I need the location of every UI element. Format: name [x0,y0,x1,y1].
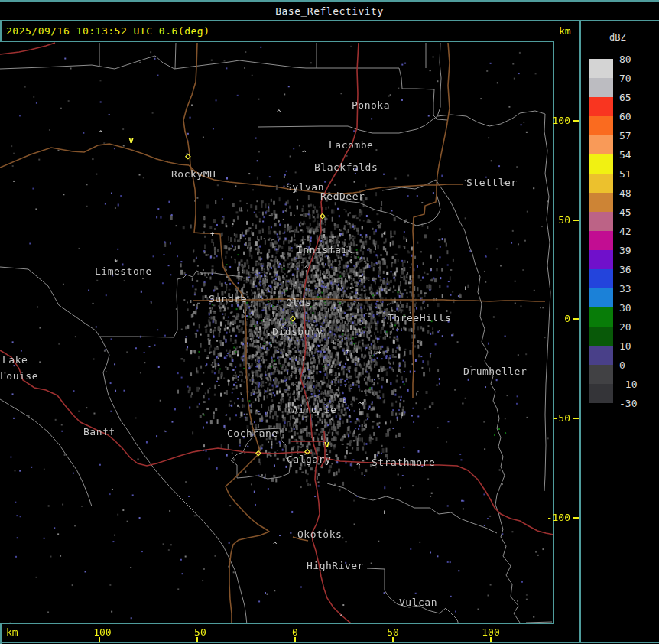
reflectivity-legend: dBZ 807065605754514845423936333020100-10… [581,21,659,642]
legend-value-label: 33 [619,283,631,294]
y-axis-tick-label: -50 [545,412,570,424]
title-bar: Base_Reflectivity [0,2,659,20]
y-axis-tick-mark [573,120,579,122]
town-marker: + [378,348,381,356]
timestamp-label: 2025/09/16 10:13:52 UTC 0.6(deg) [6,25,209,37]
city-label-didsbury: Didsbury [272,326,323,337]
legend-value-label: 30 [619,302,631,314]
km-unit-label-bottom: km [6,626,18,638]
legend-swatch [589,384,613,403]
y-axis-tick-label: 50 [545,214,570,226]
city-label-banff: Banff [83,426,115,437]
chevron-marker-icon: v [324,439,330,450]
town-marker: ^ [339,613,343,621]
legend-value-label: 60 [619,111,631,122]
legend-swatch [589,97,613,116]
y-axis-tick-mark [573,220,579,221]
town-marker: ^ [273,541,277,548]
town-marker: + [346,346,349,354]
legend-value-label: 39 [619,245,631,256]
legend-title: dBZ [609,32,626,43]
legend-value-label: 45 [619,207,631,218]
chevron-marker-icon: v [128,135,134,145]
radar-map-viewport[interactable]: PonokaLacombeBlackfaldsSylvanRedDeerStet… [0,41,554,624]
y-axis-tick-mark [573,318,579,320]
y-axis-tick-label: 0 [545,313,570,324]
legend-swatch [589,116,613,135]
legend-swatch [589,346,613,365]
legend-swatch [589,250,613,269]
city-label-vulcan: Vulcan [399,597,437,608]
range-axis-horizontal: km -100-50050100 [0,624,579,642]
city-label-lacombe: Lacombe [329,139,373,151]
city-label-limestone: Limestone [95,265,152,277]
y-axis-tick-label: 100 [545,115,570,126]
legend-value-label: 0 [619,359,625,371]
city-label-olds: Olds [286,297,311,308]
legend-value-label: 70 [619,73,631,84]
legend-swatch [589,193,613,212]
city-label-drumheller: Drumheller [463,366,527,377]
town-marker: + [463,284,467,291]
city-label-louise: Louise [0,370,38,382]
legend-swatch [589,231,613,250]
legend-value-label: 80 [619,54,631,65]
legend-swatch [589,365,613,384]
city-label-rockymh: RockyMH [171,168,216,180]
y-axis-tick-mark [573,418,579,419]
legend-value-label: 20 [619,321,631,333]
radar-site-diamond-icon: ◇ [304,445,310,457]
legend-value-label: 65 [619,92,631,103]
window-title: Base_Reflectivity [0,5,659,17]
radar-site-diamond-icon: ◇ [255,447,261,458]
legend-swatch [589,307,613,327]
city-label-lake: Lake [2,354,28,366]
city-label-highriver: HighRiver [307,560,364,571]
city-label-ponoka: Ponoka [352,99,390,111]
legend-swatch [589,174,613,193]
town-marker: + [210,229,214,237]
x-axis-tick-mark [99,637,100,642]
x-axis-tick-label: 100 [482,626,499,638]
legend-swatch [589,154,613,174]
town-marker: + [382,508,386,516]
radar-application-window: Base_Reflectivity 2025/09/16 10:13:52 UT… [0,0,659,644]
city-label-strathmore: Strathmore [372,457,435,468]
town-marker: * [382,231,386,239]
y-axis-tick-label: -100 [545,512,570,523]
legend-value-label: 57 [619,130,631,141]
town-marker: ^ [358,401,362,408]
city-label-okotoks: Okotoks [297,529,342,540]
town-marker: ^ [99,129,102,137]
x-axis-tick-mark [392,637,394,642]
legend-swatch [589,269,613,288]
town-marker: ^ [304,265,308,272]
legend-value-label: 54 [619,149,631,161]
town-marker: ^ [277,109,281,116]
x-axis-tick-mark [294,637,296,642]
town-marker: * [114,259,118,266]
x-axis-tick-label: 50 [387,626,399,638]
legend-value-label: 10 [619,340,631,352]
city-label-blackfalds: Blackfalds [314,161,378,173]
city-label-sundre: Sundre [209,293,247,304]
city-label-cochrane: Cochrane [227,428,278,439]
city-label-reddeer: RedDeer [320,190,365,202]
window-border-bottom [0,642,659,643]
town-marker: + [242,307,245,314]
radar-site-diamond-icon: ◇ [320,210,326,221]
town-marker: ^ [356,462,360,470]
legend-value-label: -30 [619,398,637,409]
town-marker: ^ [302,149,306,157]
legend-swatch [589,78,613,97]
x-axis-tick-mark [196,637,198,642]
y-axis-tick-mark [573,517,579,519]
legend-value-label: 51 [619,168,631,180]
legend-swatch [589,212,613,231]
city-label-sylvan: Sylvan [286,181,324,193]
legend-swatch [589,135,613,154]
radar-site-diamond-icon: ◇ [290,312,296,324]
city-label-airdrie: Airdrie [292,404,336,415]
radar-site-diamond-icon: ◇ [185,150,191,161]
title-bar-divider [0,20,659,21]
